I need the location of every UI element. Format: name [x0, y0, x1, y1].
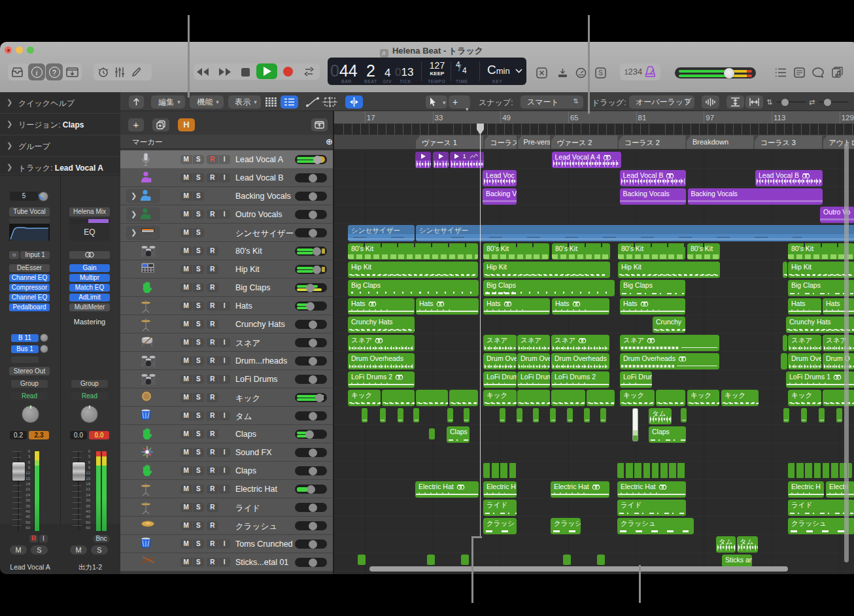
svg-text:S: S: [598, 69, 603, 77]
